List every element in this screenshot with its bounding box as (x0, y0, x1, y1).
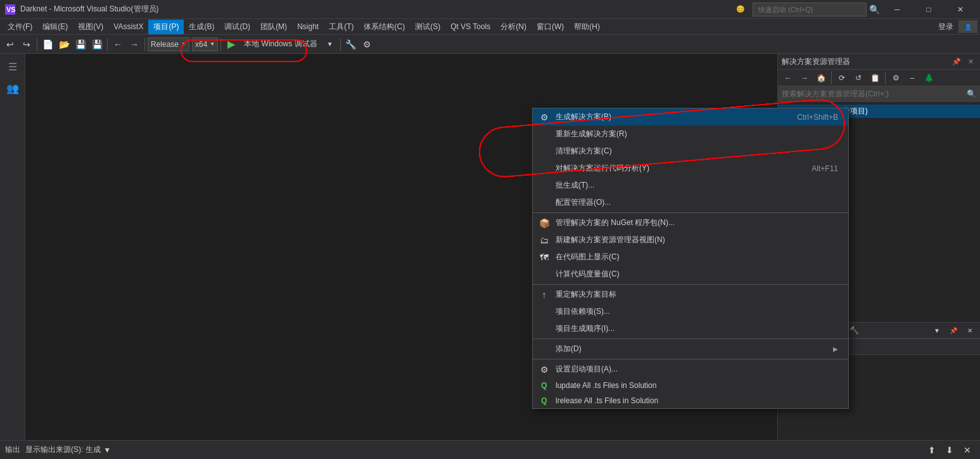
panel-close-button[interactable]: ✕ (965, 56, 976, 67)
toolbar-sep-5 (340, 38, 341, 51)
ctx-config-manager[interactable]: 配置管理器(O)... (533, 194, 848, 211)
save-button[interactable]: 💾 (73, 37, 88, 52)
ctx-nuget[interactable]: 📦 管理解决方案的 NuGet 程序包(N)... (533, 214, 848, 231)
ctx-code-map[interactable]: 🗺 在代码图上显示(C) (533, 249, 848, 266)
output-toolbar: ⬆ ⬇ ✕ (924, 443, 975, 458)
output-btn-3[interactable]: ✕ (960, 443, 975, 458)
ctx-analyze-solution[interactable]: 对解决方案运行代码分析(Y) Alt+F11 (533, 160, 848, 177)
quick-launch-input[interactable] (753, 3, 867, 16)
ctx-batch-build[interactable]: 批生成(T)... (533, 177, 848, 194)
menu-nsight[interactable]: Nsight (292, 20, 324, 33)
undo-button[interactable]: ↩ (3, 37, 18, 52)
start-button[interactable]: ▶ (224, 37, 239, 52)
output-btn-1[interactable]: ⬆ (924, 443, 939, 458)
output-source-label: 显示输出来源(S): (25, 444, 83, 455)
panel-copy-btn[interactable]: 📋 (867, 70, 882, 86)
toolbar-extra-2[interactable]: ⚙ (360, 37, 375, 52)
toolbar-sep-3 (144, 38, 145, 51)
toolbar-sep-2 (107, 38, 108, 51)
output-btn-2[interactable]: ⬇ (942, 443, 957, 458)
output-dropdown-arrow: ▼ (103, 446, 111, 455)
menu-arch[interactable]: 体系结构(C) (359, 20, 410, 34)
panel-collapse-btn[interactable]: ▼ (929, 323, 945, 338)
panel-forward-btn[interactable]: → (797, 70, 812, 86)
panel-pin-button[interactable]: 📌 (951, 56, 962, 67)
ctx-add[interactable]: 添加(D) ▶ (533, 340, 848, 358)
debug-target-label: 本地 Windows 调试器 (240, 39, 321, 49)
menu-file[interactable]: 文件(F) (3, 20, 37, 34)
new-file-button[interactable]: 📄 (40, 37, 55, 52)
debug-target-dropdown[interactable]: ▼ (322, 37, 338, 52)
ctx-build-solution[interactable]: ⚙ 生成解决方案(B) Ctrl+Shift+B (533, 108, 848, 126)
panel-title: 解决方案资源管理器 (782, 56, 948, 67)
panel-sep-2 (885, 72, 886, 84)
toolbar: ↩ ↪ 📄 📂 💾 💾 ← → Release ▼ x64 ▼ ▶ 本地 Win… (0, 35, 980, 54)
menu-build[interactable]: 生成(B) (184, 20, 219, 34)
title-bar-actions: 😊 🔍 ─ □ ✕ (736, 0, 975, 19)
panel-tree-btn[interactable]: 🌲 (921, 70, 936, 86)
menu-login[interactable]: 登录 (933, 20, 958, 34)
startup-icon: ⚙ (538, 363, 550, 376)
panel-sync-btn[interactable]: ⟳ (834, 70, 850, 86)
menu-help[interactable]: 帮助(H) (569, 20, 605, 34)
panel-header: 解决方案资源管理器 📌 ✕ (778, 54, 980, 70)
platform-dropdown[interactable]: x64 ▼ (192, 37, 218, 51)
toolbar-sep-4 (220, 38, 221, 51)
ctx-clean-solution[interactable]: 清理解决方案(C) (533, 143, 848, 160)
lrelease-icon: Q (538, 394, 550, 407)
ctx-new-view[interactable]: 🗂 新建解决方案资源管理器视图(N) (533, 231, 848, 249)
menu-analyze[interactable]: 分析(N) (495, 20, 531, 34)
code-map-icon: 🗺 (538, 251, 550, 264)
panel-filter-btn[interactable]: – (905, 70, 920, 86)
ctx-sep-4 (533, 359, 848, 359)
panel-back-btn[interactable]: ← (780, 70, 796, 86)
panel-close2-btn[interactable]: ✕ (962, 323, 977, 338)
menu-edit[interactable]: 编辑(E) (37, 20, 73, 34)
ctx-calc-metrics[interactable]: 计算代码度量值(C) (533, 266, 848, 283)
left-sidebar: ☰ 👥 (0, 54, 25, 440)
menu-project[interactable]: 项目(P) (148, 20, 184, 34)
user-avatar: 👤 (958, 20, 977, 33)
open-file-button[interactable]: 📂 (56, 37, 72, 52)
panel-settings-btn[interactable]: ⚙ (888, 70, 903, 86)
nuget-icon: 📦 (538, 217, 550, 230)
build-solution-icon: ⚙ (538, 111, 550, 124)
panel-search-input[interactable] (782, 89, 964, 98)
sidebar-solution-explorer[interactable]: ☰ (3, 56, 23, 77)
ctx-sep-3 (533, 339, 848, 339)
ctx-lrelease[interactable]: Q lrelease All .ts Files in Solution (533, 393, 848, 408)
ctx-lupdate[interactable]: Q lupdate All .ts Files in Solution (533, 378, 848, 393)
toolbar-sep-1 (37, 38, 37, 51)
menu-tools[interactable]: 工具(T) (324, 20, 359, 34)
minimize-button[interactable]: ─ (882, 0, 912, 19)
ctx-retarget[interactable]: ↑ 重定解决方案目标 (533, 286, 848, 303)
configuration-dropdown[interactable]: Release ▼ (148, 37, 189, 51)
back-button[interactable]: ← (110, 37, 125, 52)
menu-debug[interactable]: 调试(D) (219, 20, 255, 34)
panel-refresh-btn[interactable]: ↺ (851, 70, 866, 86)
ctx-startup[interactable]: ⚙ 设置启动项目(A)... (533, 361, 848, 378)
panel-home-btn[interactable]: 🏠 (813, 70, 829, 86)
sidebar-team-explorer[interactable]: 👥 (3, 78, 23, 98)
menu-view[interactable]: 视图(V) (73, 20, 108, 34)
vs-logo: VS (5, 4, 15, 15)
menu-test[interactable]: 测试(S) (410, 20, 445, 34)
output-source-dropdown[interactable]: 显示输出来源(S): 生成 ▼ (25, 444, 111, 455)
ctx-sep-1 (533, 212, 848, 213)
save-all-button[interactable]: 💾 (89, 37, 105, 52)
ctx-rebuild-solution[interactable]: 重新生成解决方案(R) (533, 126, 848, 143)
forward-button[interactable]: → (127, 37, 142, 52)
maximize-button[interactable]: □ (914, 0, 943, 19)
menu-qtvs[interactable]: Qt VS Tools (445, 20, 495, 33)
redo-button[interactable]: ↪ (19, 37, 34, 52)
menu-team[interactable]: 团队(M) (255, 20, 292, 34)
toolbar-extra-1[interactable]: 🔧 (343, 37, 359, 52)
menu-window[interactable]: 窗口(W) (531, 20, 569, 34)
output-label: 输出 (5, 444, 20, 455)
panel-pin2-btn[interactable]: 📌 (946, 323, 961, 338)
menu-vassist[interactable]: VAssistX (108, 20, 148, 33)
close-button[interactable]: ✕ (946, 0, 975, 19)
ctx-build-order[interactable]: 项目生成顺序(I)... (533, 320, 848, 337)
svg-text:VS: VS (6, 6, 15, 13)
ctx-project-deps[interactable]: 项目依赖项(S)... (533, 303, 848, 320)
